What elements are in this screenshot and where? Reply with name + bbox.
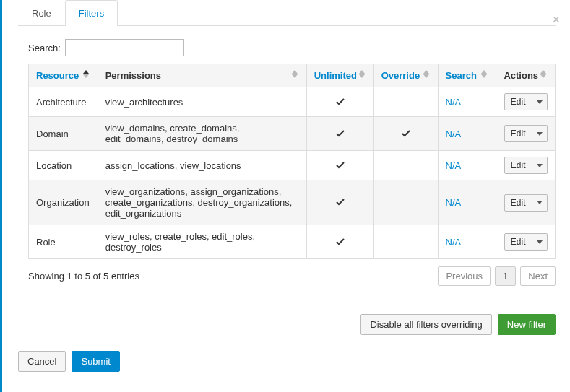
svg-marker-0 — [83, 70, 89, 74]
col-override-label: Override — [381, 70, 420, 81]
chevron-down-icon — [537, 201, 543, 204]
col-permissions[interactable]: Permissions — [98, 64, 306, 87]
edit-button[interactable]: Edit — [504, 233, 532, 251]
col-actions-label: Actions — [504, 70, 538, 81]
cell-permissions: view_organizations, assign_organizations… — [98, 180, 306, 225]
cell-unlimited — [306, 87, 373, 117]
cell-resource: Domain — [29, 117, 98, 151]
submit-button[interactable]: Submit — [72, 351, 119, 372]
edit-button[interactable]: Edit — [504, 93, 532, 110]
close-icon[interactable]: × — [552, 13, 560, 26]
chevron-down-icon — [537, 100, 543, 104]
cell-resource: Role — [29, 225, 98, 259]
cell-unlimited — [306, 225, 373, 259]
svg-marker-8 — [481, 70, 487, 74]
cell-permissions: view_architectures — [98, 87, 306, 117]
cell-unlimited — [306, 180, 373, 225]
pager-page-1[interactable]: 1 — [495, 266, 516, 286]
svg-marker-3 — [292, 74, 298, 78]
search-na-link[interactable]: N/A — [446, 237, 462, 248]
cell-search: N/A — [438, 117, 496, 151]
edit-dropdown[interactable] — [532, 93, 548, 110]
search-input[interactable] — [65, 39, 184, 56]
svg-marker-14 — [537, 164, 543, 167]
edit-dropdown[interactable] — [532, 194, 548, 212]
cell-unlimited — [306, 151, 373, 180]
svg-marker-1 — [83, 74, 89, 78]
table-row: Architectureview_architecturesN/AEdit — [29, 87, 556, 117]
sort-icon — [83, 70, 90, 78]
cell-override — [373, 117, 438, 151]
cell-permissions: assign_locations, view_locations — [98, 151, 306, 180]
col-unlimited[interactable]: Unlimited — [306, 64, 373, 87]
table-row: Domainview_domains, create_domains, edit… — [29, 117, 556, 151]
search-na-link[interactable]: N/A — [446, 129, 462, 139]
check-icon — [336, 129, 345, 139]
col-permissions-label: Permissions — [105, 70, 161, 81]
svg-marker-10 — [540, 70, 546, 74]
entries-info: Showing 1 to 5 of 5 entries — [28, 271, 139, 282]
pager: Previous 1 Next — [438, 266, 556, 286]
divider — [28, 302, 556, 302]
cell-permissions: view_domains, create_domains, edit_domai… — [98, 117, 306, 151]
sort-icon — [292, 70, 299, 78]
cell-actions: Edit — [496, 87, 556, 117]
svg-marker-4 — [359, 70, 365, 74]
check-icon — [336, 237, 345, 248]
pager-next[interactable]: Next — [520, 266, 556, 286]
cell-permissions: view_roles, create_roles, edit_roles, de… — [98, 225, 306, 259]
cell-resource: Organization — [29, 180, 98, 225]
col-unlimited-label: Unlimited — [314, 70, 357, 81]
col-resource[interactable]: Resource — [29, 64, 98, 87]
chevron-down-icon — [537, 240, 543, 244]
pager-previous[interactable]: Previous — [438, 266, 491, 286]
table-row: Organizationview_organizations, assign_o… — [29, 180, 556, 225]
check-icon — [336, 160, 345, 171]
col-override[interactable]: Override — [373, 64, 438, 87]
disable-override-button[interactable]: Disable all filters overriding — [360, 314, 491, 335]
edit-button[interactable]: Edit — [504, 157, 532, 174]
search-na-link[interactable]: N/A — [446, 160, 462, 171]
tab-filters[interactable]: Filters — [65, 0, 118, 26]
chevron-down-icon — [537, 132, 543, 136]
new-filter-button[interactable]: New filter — [498, 314, 556, 335]
tab-role[interactable]: Role — [18, 0, 65, 26]
col-search-label: Search — [446, 70, 477, 81]
edit-dropdown[interactable] — [532, 125, 548, 142]
edit-button[interactable]: Edit — [504, 194, 532, 212]
check-icon — [402, 129, 410, 139]
check-icon — [336, 97, 345, 108]
tabs: Role Filters — [18, 0, 556, 26]
svg-marker-12 — [537, 100, 543, 104]
cell-resource: Location — [29, 151, 98, 180]
chevron-down-icon — [537, 164, 543, 167]
svg-marker-11 — [540, 74, 546, 78]
cell-override — [373, 151, 438, 180]
cell-actions: Edit — [496, 117, 556, 151]
col-actions: Actions — [496, 64, 556, 87]
cell-search: N/A — [438, 151, 496, 180]
sort-icon — [540, 70, 548, 78]
svg-marker-16 — [537, 240, 543, 244]
col-search[interactable]: Search — [438, 64, 496, 87]
search-na-link[interactable]: N/A — [446, 97, 462, 108]
edit-button[interactable]: Edit — [504, 125, 532, 142]
edit-dropdown[interactable] — [532, 157, 548, 174]
edit-dropdown[interactable] — [532, 233, 548, 251]
search-na-link[interactable]: N/A — [446, 197, 462, 208]
cell-resource: Architecture — [29, 87, 98, 117]
cell-override — [373, 87, 438, 117]
svg-marker-7 — [423, 74, 429, 78]
svg-marker-13 — [537, 132, 543, 136]
sort-icon — [481, 70, 488, 78]
cell-unlimited — [306, 117, 373, 151]
search-row: Search: — [28, 39, 556, 56]
cancel-button[interactable]: Cancel — [18, 351, 66, 372]
svg-marker-2 — [292, 70, 298, 74]
cell-override — [373, 180, 438, 225]
check-icon — [336, 197, 345, 208]
search-label: Search: — [28, 43, 61, 53]
cell-search: N/A — [438, 225, 496, 259]
filters-table: Resource Permissions — [28, 64, 556, 259]
table-row: Locationassign_locations, view_locations… — [29, 151, 556, 180]
